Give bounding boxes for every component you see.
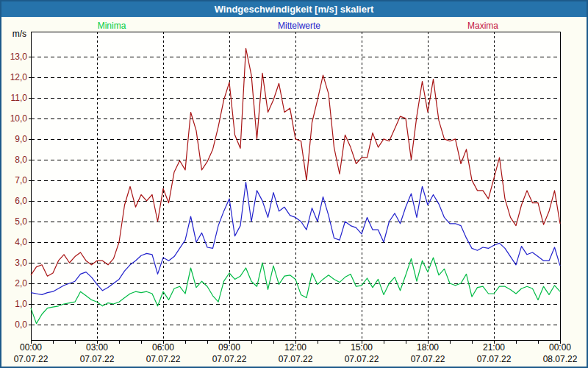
x-tick-time-label: 00:00 (549, 342, 571, 353)
y-tick-label: 0,0 (15, 319, 27, 330)
y-tick-label: 10,0 (10, 113, 28, 124)
x-tick-time-label: 15:00 (351, 342, 373, 353)
x-tick-date-label: 07.07.22 (146, 354, 181, 364)
y-tick-label: 12,0 (10, 72, 28, 82)
y-tick-label: 4,0 (15, 237, 27, 247)
y-tick-label: 3,0 (15, 258, 27, 268)
x-tick-date-label: 07.07.22 (345, 354, 379, 364)
x-tick-date-label: 07.07.22 (14, 354, 49, 364)
x-tick-time-label: 03:00 (86, 342, 108, 353)
x-tick-time-label: 18:00 (417, 342, 439, 353)
y-tick-label: 7,0 (15, 175, 27, 185)
x-tick-time-label: 09:00 (218, 342, 240, 353)
y-tick-label: 5,0 (15, 216, 27, 227)
x-tick-date-label: 07.07.22 (477, 354, 512, 364)
x-tick-date-label: 07.07.22 (279, 354, 313, 364)
y-tick-label: 2,0 (15, 278, 27, 289)
y-tick-label: 8,0 (15, 155, 27, 165)
y-tick-label: 13,0 (10, 52, 28, 62)
y-tick-label: 6,0 (15, 196, 27, 206)
app-window: Windgeschwindigkeit [m/s] skaliert Minim… (0, 0, 588, 368)
x-tick-time-label: 00:00 (20, 342, 42, 353)
x-tick-date-label: 07.07.22 (411, 354, 445, 364)
x-tick-time-label: 21:00 (483, 342, 505, 353)
x-tick-date-label: 08.07.22 (543, 354, 578, 364)
x-tick-date-label: 07.07.22 (80, 354, 115, 364)
x-tick-time-label: 06:00 (152, 342, 174, 353)
y-tick-label: 11,0 (11, 93, 28, 103)
y-tick-label: 9,0 (15, 134, 27, 144)
y-tick-label: 1,0 (15, 299, 27, 309)
x-tick-date-label: 07.07.22 (212, 354, 247, 364)
x-tick-time-label: 12:00 (284, 342, 306, 353)
wind-speed-chart: 0,01,02,03,04,05,06,07,08,09,010,011,012… (1, 1, 588, 368)
